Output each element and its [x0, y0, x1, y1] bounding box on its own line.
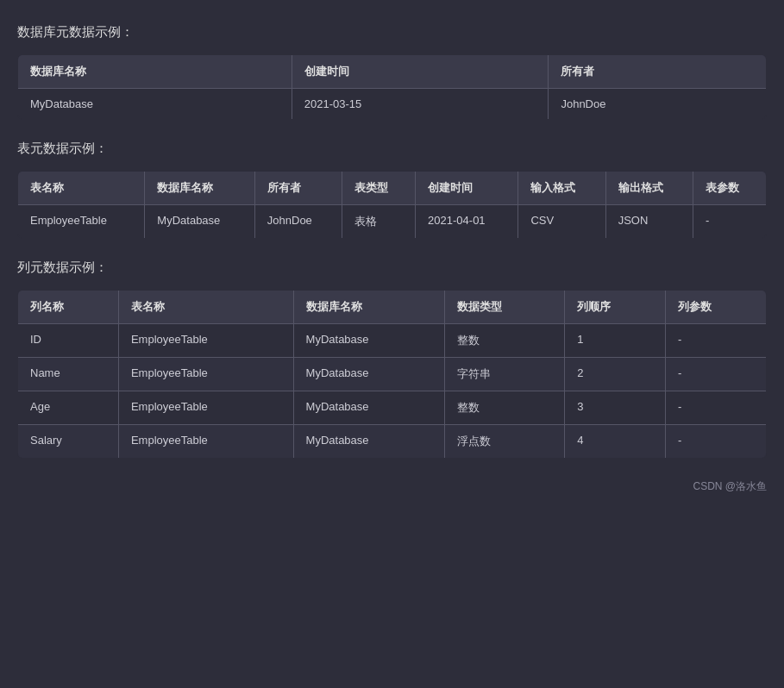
col-cell-0-1: EmployeeTable: [118, 324, 293, 358]
col-cell-0-5: -: [666, 324, 767, 358]
table-row: MyDatabase 2021-03-15 JohnDoe: [18, 89, 767, 120]
column-metadata-table: 列名称 表名称 数据库名称 数据类型 列顺序 列参数 IDEmployeeTab…: [17, 290, 767, 459]
col-cell-1-0: Name: [18, 358, 119, 391]
col-cell-0-3: 整数: [444, 324, 564, 358]
table-row: SalaryEmployeeTableMyDatabase浮点数4-: [18, 425, 767, 459]
table-metadata-table: 表名称 数据库名称 所有者 表类型 创建时间 输入格式 输出格式 表参数 Emp…: [17, 171, 767, 239]
db-metadata-section: 数据库元数据示例： 数据库名称 创建时间 所有者 MyDatabase 2021…: [17, 24, 767, 120]
column-section-title: 列元数据示例：: [17, 260, 767, 276]
db-owner-cell: JohnDoe: [549, 89, 767, 120]
table-section-title: 表元数据示例：: [17, 141, 767, 157]
col-cell-3-2: MyDatabase: [293, 425, 444, 459]
col-cell-3-0: Salary: [18, 425, 119, 459]
tbl-db-cell: MyDatabase: [145, 205, 254, 239]
table-row: NameEmployeeTableMyDatabase字符串2-: [18, 358, 767, 391]
db-table: 数据库名称 创建时间 所有者 MyDatabase 2021-03-15 Joh…: [17, 54, 767, 120]
col-cell-3-3: 浮点数: [444, 425, 564, 459]
col-cell-1-5: -: [666, 358, 767, 391]
db-col-name-header: 数据库名称: [18, 55, 292, 89]
col-cell-1-4: 2: [565, 358, 666, 391]
col-datatype-header: 数据类型: [444, 291, 564, 324]
db-created-cell: 2021-03-15: [292, 89, 549, 120]
db-table-body: MyDatabase 2021-03-15 JohnDoe: [18, 89, 767, 120]
watermark: CSDN @洛水鱼: [17, 479, 767, 494]
db-section-title: 数据库元数据示例：: [17, 24, 767, 41]
tbl-col-created-header: 创建时间: [416, 172, 518, 205]
db-name-cell: MyDatabase: [18, 89, 292, 120]
col-cell-2-1: EmployeeTable: [118, 391, 293, 425]
col-cell-1-3: 字符串: [444, 358, 564, 391]
db-col-owner-header: 所有者: [549, 55, 767, 89]
tbl-col-type-header: 表类型: [342, 172, 416, 205]
tbl-col-params-header: 表参数: [693, 172, 766, 205]
tbl-params-cell: -: [693, 205, 766, 239]
db-table-header-row: 数据库名称 创建时间 所有者: [18, 55, 767, 89]
col-cell-0-0: ID: [18, 324, 119, 358]
col-cell-3-5: -: [666, 425, 767, 459]
tbl-col-owner-header: 所有者: [254, 172, 342, 205]
table-row: AgeEmployeeTableMyDatabase整数3-: [18, 391, 767, 425]
col-cell-2-2: MyDatabase: [293, 391, 444, 425]
col-name-header: 列名称: [18, 291, 119, 324]
col-cell-0-2: MyDatabase: [293, 324, 444, 358]
col-cell-0-4: 1: [565, 324, 666, 358]
col-order-header: 列顺序: [565, 291, 666, 324]
column-metadata-body: IDEmployeeTableMyDatabase整数1-NameEmploye…: [18, 324, 767, 459]
col-cell-2-0: Age: [18, 391, 119, 425]
col-cell-2-3: 整数: [444, 391, 564, 425]
col-cell-2-4: 3: [565, 391, 666, 425]
tbl-type-cell: 表格: [342, 205, 416, 239]
col-table-header: 表名称: [118, 291, 293, 324]
table-metadata-body: EmployeeTable MyDatabase JohnDoe 表格 2021…: [18, 205, 767, 239]
column-metadata-header-row: 列名称 表名称 数据库名称 数据类型 列顺序 列参数: [18, 291, 767, 324]
table-metadata-section: 表元数据示例： 表名称 数据库名称 所有者 表类型 创建时间 输入格式 输出格式…: [17, 141, 767, 239]
tbl-col-input-header: 输入格式: [518, 172, 605, 205]
tbl-col-db-header: 数据库名称: [145, 172, 254, 205]
tbl-created-cell: 2021-04-01: [416, 205, 518, 239]
table-row: IDEmployeeTableMyDatabase整数1-: [18, 324, 767, 358]
col-cell-3-1: EmployeeTable: [118, 425, 293, 459]
table-row: EmployeeTable MyDatabase JohnDoe 表格 2021…: [18, 205, 767, 239]
tbl-output-cell: JSON: [605, 205, 693, 239]
column-metadata-section: 列元数据示例： 列名称 表名称 数据库名称 数据类型 列顺序 列参数 IDEmp…: [17, 260, 767, 459]
tbl-col-output-header: 输出格式: [605, 172, 693, 205]
col-cell-2-5: -: [666, 391, 767, 425]
col-cell-3-4: 4: [565, 425, 666, 459]
tbl-input-cell: CSV: [518, 205, 605, 239]
tbl-col-name-header: 表名称: [18, 172, 145, 205]
table-metadata-header-row: 表名称 数据库名称 所有者 表类型 创建时间 输入格式 输出格式 表参数: [18, 172, 767, 205]
tbl-name-cell: EmployeeTable: [18, 205, 145, 239]
col-cell-1-1: EmployeeTable: [118, 358, 293, 391]
tbl-owner-cell: JohnDoe: [254, 205, 342, 239]
col-db-header: 数据库名称: [293, 291, 444, 324]
col-cell-1-2: MyDatabase: [293, 358, 444, 391]
db-col-created-header: 创建时间: [292, 55, 549, 89]
col-params-header: 列参数: [666, 291, 767, 324]
